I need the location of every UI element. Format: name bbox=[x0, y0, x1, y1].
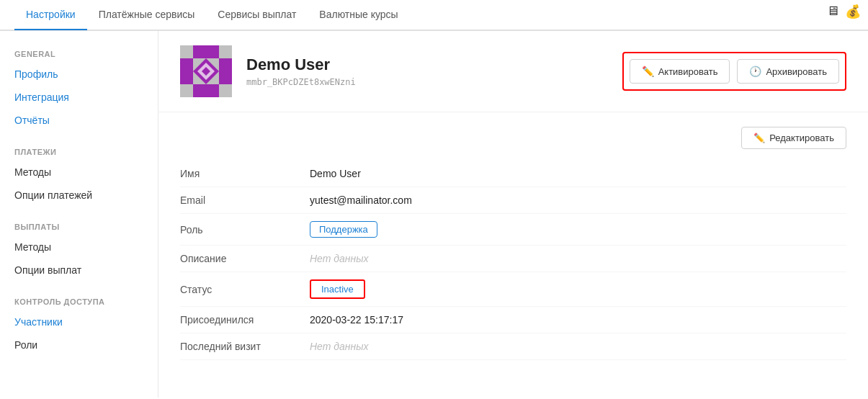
tab-payment-services[interactable]: Платёжные сервисы bbox=[87, 0, 207, 30]
value-last-visit: Нет данных bbox=[310, 341, 369, 352]
edit-button[interactable]: ✏️ Редактировать bbox=[741, 127, 846, 149]
svg-rect-12 bbox=[219, 71, 232, 84]
monitor-icon[interactable]: 🖥 bbox=[826, 4, 839, 19]
tab-payout-services[interactable]: Сервисы выплат bbox=[206, 0, 308, 30]
svg-rect-16 bbox=[219, 84, 232, 97]
sidebar-item-reports[interactable]: Отчёты bbox=[0, 109, 158, 132]
label-last-visit: Последний визит bbox=[180, 341, 310, 352]
label-description: Описание bbox=[180, 253, 310, 264]
svg-rect-4 bbox=[219, 45, 232, 58]
archive-label: Архивировать bbox=[766, 66, 827, 77]
header-actions: ✏️ Активировать 🕐 Архивировать bbox=[622, 52, 846, 91]
activate-icon: ✏️ bbox=[642, 66, 654, 77]
value-description: Нет данных bbox=[310, 253, 369, 264]
label-status: Статус bbox=[180, 284, 310, 295]
detail-row-email: Email yutest@mailinator.com bbox=[180, 187, 846, 214]
top-nav: Настройки Платёжные сервисы Сервисы выпл… bbox=[0, 0, 868, 30]
sidebar-item-payout-options[interactable]: Опции выплат bbox=[0, 259, 158, 282]
value-email: yutest@mailinator.com bbox=[310, 194, 412, 206]
sidebar-item-integration[interactable]: Интеграция bbox=[0, 86, 158, 109]
label-joined: Присоединился bbox=[180, 314, 310, 326]
sidebar-item-payout-methods[interactable]: Методы bbox=[0, 236, 158, 259]
user-avatar bbox=[180, 45, 232, 97]
detail-row-joined: Присоединился 2020-03-22 15:17:17 bbox=[180, 307, 846, 333]
tab-exchange-rates[interactable]: Валютные курсы bbox=[308, 0, 409, 30]
topbar-icons: 🖥 💰 bbox=[826, 4, 861, 19]
sidebar-item-profile[interactable]: Профиль bbox=[0, 63, 158, 86]
sidebar-section-payouts: ВЫПЛАТЫ bbox=[0, 218, 158, 236]
coins-icon[interactable]: 💰 bbox=[845, 4, 861, 19]
svg-rect-1 bbox=[180, 45, 193, 58]
value-joined: 2020-03-22 15:17:17 bbox=[310, 314, 403, 326]
svg-rect-13 bbox=[180, 84, 193, 97]
label-name: Имя bbox=[180, 168, 310, 179]
value-status: Inactive bbox=[310, 279, 365, 299]
details-section: ✏️ Редактировать Имя Demo User Email yut… bbox=[158, 112, 868, 375]
user-info: Demo User mmbr_BKPcDZEt8xwENzni bbox=[246, 55, 622, 87]
sidebar-item-roles[interactable]: Роли bbox=[0, 333, 158, 357]
label-role: Роль bbox=[180, 224, 310, 236]
sidebar-section-access: КОНТРОЛЬ ДОСТУПА bbox=[0, 293, 158, 310]
sidebar-item-members[interactable]: Участники bbox=[0, 310, 158, 333]
tab-settings[interactable]: Настройки bbox=[14, 0, 87, 30]
value-role: Поддержка bbox=[310, 221, 377, 238]
main-layout: GENERAL Профиль Интеграция Отчёты ПЛАТЕЖ… bbox=[0, 31, 868, 398]
status-badge: Inactive bbox=[310, 279, 365, 299]
edit-icon: ✏️ bbox=[753, 133, 765, 143]
sidebar-section-payments: ПЛАТЕЖИ bbox=[0, 143, 158, 161]
sidebar: GENERAL Профиль Интеграция Отчёты ПЛАТЕЖ… bbox=[0, 31, 158, 398]
activate-button[interactable]: ✏️ Активировать bbox=[630, 59, 730, 84]
user-id: mmbr_BKPcDZEt8xwENzni bbox=[246, 77, 622, 87]
svg-rect-15 bbox=[206, 84, 219, 97]
label-email: Email bbox=[180, 194, 310, 206]
detail-row-role: Роль Поддержка bbox=[180, 214, 846, 246]
archive-button[interactable]: 🕐 Архивировать bbox=[737, 59, 839, 84]
svg-rect-14 bbox=[193, 84, 206, 97]
role-badge: Поддержка bbox=[310, 221, 377, 238]
svg-rect-3 bbox=[206, 45, 219, 58]
sidebar-section-general: GENERAL bbox=[0, 45, 158, 63]
archive-icon: 🕐 bbox=[749, 66, 761, 77]
detail-row-name: Имя Demo User bbox=[180, 161, 846, 187]
sidebar-item-payment-methods[interactable]: Методы bbox=[0, 161, 158, 184]
detail-row-status: Статус Inactive bbox=[180, 272, 846, 307]
svg-rect-5 bbox=[180, 58, 193, 71]
content-area: Demo User mmbr_BKPcDZEt8xwENzni ✏️ Актив… bbox=[158, 31, 868, 398]
detail-row-last-visit: Последний визит Нет данных bbox=[180, 333, 846, 360]
svg-rect-9 bbox=[180, 71, 193, 84]
svg-rect-2 bbox=[193, 45, 206, 58]
detail-row-description: Описание Нет данных bbox=[180, 246, 846, 272]
edit-row: ✏️ Редактировать bbox=[180, 127, 846, 149]
user-header: Demo User mmbr_BKPcDZEt8xwENzni ✏️ Актив… bbox=[158, 31, 868, 112]
activate-label: Активировать bbox=[658, 66, 718, 77]
sidebar-item-payment-options[interactable]: Опции платежей bbox=[0, 184, 158, 207]
user-name: Demo User bbox=[246, 55, 622, 74]
value-name: Demo User bbox=[310, 168, 361, 179]
svg-rect-8 bbox=[219, 58, 232, 71]
edit-label: Редактировать bbox=[769, 133, 834, 143]
